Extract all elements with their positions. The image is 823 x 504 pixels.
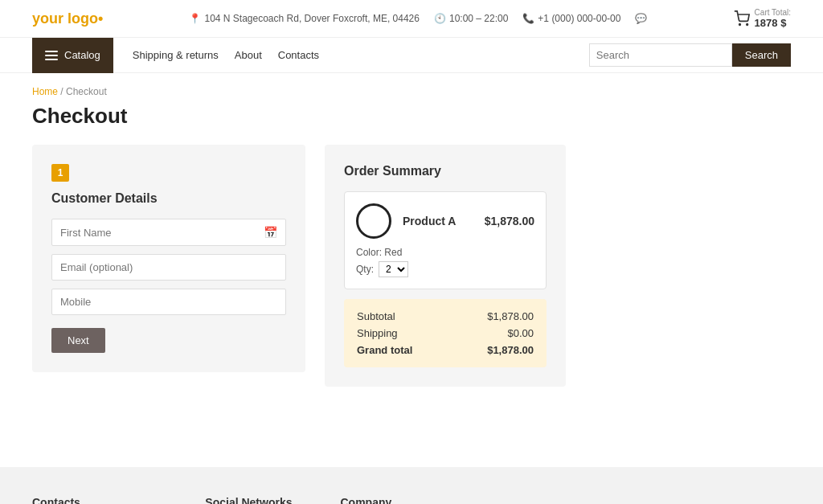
subtotal-label: Subtotal <box>357 310 395 322</box>
address-text: 104 N Stagecoach Rd, Dover Foxcroft, ME,… <box>204 13 419 24</box>
footer-contacts-col: Contacts 104 N Stagecoach Rd Dover Foxcr… <box>32 496 157 504</box>
page-title: Checkout <box>0 100 823 145</box>
product-color: Color: Red <box>356 247 534 258</box>
whatsapp-info <box>635 13 647 24</box>
product-price: $1,878.00 <box>485 215 534 227</box>
product-row: Product A $1,878.00 <box>356 203 534 239</box>
order-product-box: Product A $1,878.00 Color: Red Qty: 2 1 … <box>344 191 547 289</box>
shipping-row: Shipping $0.00 <box>357 327 534 339</box>
svg-point-1 <box>746 24 747 26</box>
footer-contacts-title: Contacts <box>32 496 157 504</box>
header-top: your logo• 104 N Stagecoach Rd, Dover Fo… <box>0 0 823 38</box>
qty-select[interactable]: 2 1 3 <box>379 261 408 277</box>
logo-text: your logo <box>32 10 98 27</box>
subtotal-value: $1,878.00 <box>487 310 534 322</box>
grand-total-row: Grand total $1,878.00 <box>357 344 534 356</box>
hamburger-icon <box>45 51 58 60</box>
order-summary-title: Order Summary <box>344 164 547 178</box>
product-name: Product A <box>403 215 473 227</box>
breadcrumb-home[interactable]: Home <box>32 86 58 97</box>
qty-label: Qty: <box>356 264 374 275</box>
nav-contacts[interactable]: Contacts <box>278 49 319 61</box>
phone-text: +1 (000) 000-00-00 <box>538 13 620 24</box>
footer-social-col: Social Networks f t <box>205 496 292 504</box>
first-name-input[interactable] <box>60 227 264 239</box>
pin-icon <box>189 13 201 24</box>
nav-about[interactable]: About <box>235 49 262 61</box>
shipping-value: $0.00 <box>507 327 534 339</box>
cart-info[interactable]: Cart Total: 1878 $ <box>734 8 791 29</box>
hours-info: 10:00 – 22:00 <box>434 13 508 24</box>
customer-details-title: Customer Details <box>51 191 286 206</box>
header-info: 104 N Stagecoach Rd, Dover Foxcroft, ME,… <box>189 13 647 24</box>
grand-total-label: Grand total <box>357 344 412 356</box>
email-field[interactable] <box>51 254 286 281</box>
address-info: 104 N Stagecoach Rd, Dover Foxcroft, ME,… <box>189 13 419 24</box>
product-qty-row: Qty: 2 1 3 <box>356 261 534 277</box>
nav-links: Shipping & returns About Contacts <box>113 49 589 61</box>
subtotal-row: Subtotal $1,878.00 <box>357 310 534 322</box>
grand-total-value: $1,878.00 <box>487 344 534 356</box>
calendar-icon: 📅 <box>264 226 277 239</box>
customer-details-card: 1 Customer Details 📅 Next <box>32 145 305 372</box>
whatsapp-icon <box>635 13 647 24</box>
search-button[interactable]: Search <box>732 43 791 67</box>
phone-info: +1 (000) 000-00-00 <box>522 13 620 24</box>
footer: Contacts 104 N Stagecoach Rd Dover Foxcr… <box>0 467 823 504</box>
footer-inner: Contacts 104 N Stagecoach Rd Dover Foxcr… <box>32 496 791 504</box>
totals-box: Subtotal $1,878.00 Shipping $0.00 Grand … <box>344 299 547 367</box>
next-button[interactable]: Next <box>51 328 105 353</box>
cart-value: 1878 $ <box>755 17 791 29</box>
footer-company-col: Company About Blog Terms of Service Priv… <box>341 496 419 504</box>
clock-icon <box>434 13 446 24</box>
mobile-field[interactable] <box>51 289 286 315</box>
cart-total: Cart Total: 1878 $ <box>755 8 791 29</box>
shipping-label: Shipping <box>357 327 398 339</box>
hours-text: 10:00 – 22:00 <box>449 13 508 24</box>
order-summary-card: Order Summary Product A $1,878.00 Color:… <box>325 145 566 387</box>
step-badge: 1 <box>51 164 69 182</box>
main-content: 1 Customer Details 📅 Next Order Summary … <box>0 145 823 419</box>
nav-shipping[interactable]: Shipping & returns <box>133 49 219 61</box>
logo: your logo• <box>32 10 103 27</box>
navbar: Catalog Shipping & returns About Contact… <box>0 38 823 73</box>
email-input[interactable] <box>60 261 277 273</box>
phone-icon <box>522 13 534 24</box>
logo-dot: • <box>98 10 103 27</box>
cart-label: Cart Total: <box>755 8 791 17</box>
search-input[interactable] <box>596 44 725 66</box>
svg-point-0 <box>739 24 740 26</box>
product-thumbnail <box>356 203 391 239</box>
mobile-input[interactable] <box>60 296 277 308</box>
first-name-field[interactable]: 📅 <box>51 219 286 246</box>
breadcrumb: Home / Checkout <box>0 73 823 100</box>
footer-company-title: Company <box>341 496 419 504</box>
catalog-menu-button[interactable]: Catalog <box>32 38 113 73</box>
search-bar: Search <box>589 43 791 67</box>
footer-social-title: Social Networks <box>205 496 292 504</box>
cart-icon <box>734 10 750 27</box>
breadcrumb-current: Checkout <box>66 86 107 97</box>
catalog-label: Catalog <box>64 49 100 61</box>
